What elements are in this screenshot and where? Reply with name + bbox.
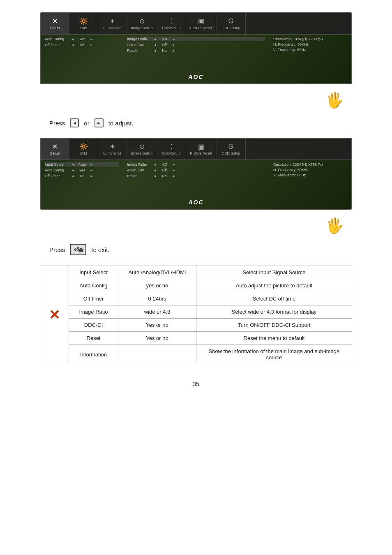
imageratio-label-2: Image Ratio — [127, 162, 152, 166]
page-number: 35 — [25, 381, 367, 387]
osd-vfreq-2: V: Frequency: 60Hz — [273, 173, 347, 177]
table-desc-imageratio: Select wide or 4:3 format for display — [196, 305, 352, 319]
osd-vfreq-1: V: Frequency: 60Hz — [273, 48, 347, 52]
press-label-1: Press — [49, 120, 65, 127]
inputselect-val-2: Auto — [76, 162, 88, 166]
osd-row-offtimer-1: Off Timer ◄ 06 ► — [45, 43, 119, 47]
table-name-autoconfig: Auto Config — [69, 279, 118, 292]
left-nav-button-1[interactable]: ◄ — [70, 118, 79, 127]
press-line-2: Press ⏎⏏ to exit. — [49, 244, 367, 255]
table-values-imageratio: wide or 4:3 — [118, 305, 196, 319]
exit-label-2: to exit. — [91, 246, 109, 253]
imageratio-label-1: Image Ratio — [127, 37, 152, 41]
osd-menu-picturereset-1: ▣ Picture Reset — [186, 13, 217, 34]
osd-menu-setup-label-1: Setup — [50, 26, 60, 30]
osd-menu-setup-1: ✕ Setup — [41, 13, 69, 34]
osd-row-offtimer-2: Off Timer ◄ 06 ► — [45, 174, 119, 178]
anioncan-label-1: Anion Can. — [127, 43, 152, 47]
cross-icon: ✕ — [49, 307, 60, 323]
osd-menu-picturereset-2: ▣ Picture Reset — [186, 139, 217, 160]
osd-menu-setup-2: ✕ Setup — [41, 139, 69, 160]
autoconfig-val-1: Yes — [76, 37, 88, 41]
table-row: DDC-CI Yes or no Turn ON/OFF DDC-CI Supp… — [40, 319, 352, 332]
osdsetup-icon-2: G — [228, 143, 233, 150]
table-values-ddcci: Yes or no — [118, 319, 196, 332]
osd-logo-2: AOC — [188, 199, 203, 206]
osd-row-anioncan-1: Anion Can. ◄ Off ► — [127, 43, 265, 47]
osd-hfreq-2: H: Frequency: 60KHz — [273, 168, 347, 172]
osd-menu-bar-2: ✕ Setup 🔆 Brtit ✦ Luminance ⊙ Image SetU… — [41, 139, 351, 160]
colorsetup-icon-1: ⁚ — [171, 17, 173, 25]
adjust-label-1: to adjust. — [108, 120, 134, 127]
setup-icon-2: ✕ — [52, 143, 58, 150]
table-values-reset: Yes or no — [118, 332, 196, 345]
osd-row-autoconfig-1: Auto Config. ◄ Yes ► — [45, 37, 119, 41]
offtimer-label-1: Off Timer — [45, 43, 69, 47]
monitor-screenshot-2: ✕ Setup 🔆 Brtit ✦ Luminance ⊙ Image SetU… — [40, 138, 352, 210]
osd-menu-imagesetup-2: ⊙ Image SetUp — [127, 139, 157, 160]
table-desc-reset: Reset the menu to default — [196, 332, 352, 345]
osd-menu-osdsetup-label-1: OSD Setup — [221, 26, 240, 30]
inputselect-label-2: Input Select — [45, 162, 69, 166]
press-label-2: Press — [49, 246, 65, 253]
osd-menu-luminance-2: ✦ Luminance — [98, 139, 127, 160]
exit-button[interactable]: ⏎⏏ — [70, 244, 86, 255]
hand-container-2: 🖐 — [40, 214, 352, 238]
osd-row-imageratio-2: Image Ratio ◄ 4:3 ► — [127, 162, 265, 166]
imagesetup-icon-2: ⊙ — [139, 143, 145, 150]
table-name-offtimer: Off timer — [69, 292, 118, 305]
osd-menu-brtit-1: 🔆 Brtit — [69, 13, 98, 34]
monitor-screenshot-1: ✕ Setup 🔆 Brtit ✦ Luminance ⊙ Image SetU… — [40, 12, 352, 84]
right-nav-button-1[interactable]: ► — [95, 118, 104, 127]
reset-val-1: No — [158, 49, 171, 53]
table-name-imageratio: Image Ratio — [69, 305, 118, 319]
table-name-ddcci: DDC-CI — [69, 319, 118, 332]
osd-menu-setup-label-2: Setup — [50, 151, 60, 155]
osd-menu-osdsetup-label-2: OSD Setup — [221, 151, 240, 155]
osd-logo-1: AOC — [188, 74, 203, 80]
table-desc-information: Show the information of the main image a… — [196, 345, 352, 364]
anioncan-val-2: Off — [158, 168, 171, 172]
osd-menu-imagesetup-label-1: Image SetUp — [131, 26, 153, 30]
autoconfig-label-1: Auto Config. — [45, 37, 69, 41]
reset-val-2: No — [158, 174, 171, 178]
osd-menu-osdsetup-2: G OSD Setup — [217, 139, 246, 160]
offtimer-val-1: 06 — [76, 43, 88, 47]
autoconfig-label-2: Auto Config. — [45, 168, 69, 172]
table-desc-ddcci: Turn ON/OFF DDC-CI Support — [196, 319, 352, 332]
page-wrapper: ✕ Setup 🔆 Brtit ✦ Luminance ⊙ Image SetU… — [0, 0, 392, 404]
table-values-offtimer: 0-24hrs — [118, 292, 196, 305]
offtimer-label-2: Off Timer — [45, 174, 69, 178]
table-row: ✕ Input Select Auto /Analog/DVI /HDMI Se… — [40, 266, 352, 279]
osdsetup-icon-1: G — [228, 18, 233, 25]
luminance-icon-1: ✦ — [110, 17, 115, 25]
press-line-1: Press ◄ or ► to adjust. — [49, 118, 367, 127]
anioncan-label-2: Anion Can. — [127, 168, 152, 172]
osd-menu-luminance-1: ✦ Luminance — [98, 13, 127, 34]
luminance-icon-2: ✦ — [110, 143, 115, 150]
osd-menu-colorsetup-1: ⁚ ColorSetup — [157, 13, 186, 34]
osd-row-reset-2: Reset ◄ No ► — [127, 174, 265, 178]
imageratio-val-2: 4:3 — [158, 162, 171, 166]
table-row: Off timer 0-24hrs Select DC off time — [40, 292, 352, 305]
osd-hfreq-1: H: Frequency: 60KHz — [273, 42, 347, 46]
osd-menu-luminance-label-2: Luminance — [103, 151, 121, 155]
info-table: ✕ Input Select Auto /Analog/DVI /HDMI Se… — [40, 266, 352, 364]
osd-row-autoconfig-2: Auto Config. ◄ Yes ► — [45, 168, 119, 172]
table-values-autoconfig: yes or no — [118, 279, 196, 292]
osd-menu-imagesetup-1: ⊙ Image SetUp — [127, 13, 157, 34]
osd-row-imageratio-1: Image Ratio ◄ 4:3 ► — [127, 37, 265, 41]
osd-row-anioncan-2: Anion Can. ◄ Off ► — [127, 168, 265, 172]
osd-left-1: Auto Config. ◄ Yes ► Off Timer ◄ 06 ► — [41, 35, 123, 83]
table-desc-autoconfig: Auto adjust the picture to default — [196, 279, 352, 292]
hand-icon-1: 🖐 — [325, 92, 344, 109]
picturereset-icon-2: ▣ — [198, 143, 204, 150]
osd-menu-brtit-label-1: Brtit — [80, 26, 87, 30]
offtimer-val-2: 06 — [76, 174, 88, 178]
table-values-inputselect: Auto /Analog/DVI /HDMI — [118, 266, 196, 279]
colorsetup-icon-2: ⁚ — [171, 143, 173, 150]
table-row: Reset Yes or no Reset the menu to defaul… — [40, 332, 352, 345]
picturereset-icon-1: ▣ — [198, 17, 204, 25]
reset-label-2: Reset — [127, 174, 152, 178]
osd-resolution-1: Resolution: 1024 (H) X768 (V) — [273, 37, 347, 41]
